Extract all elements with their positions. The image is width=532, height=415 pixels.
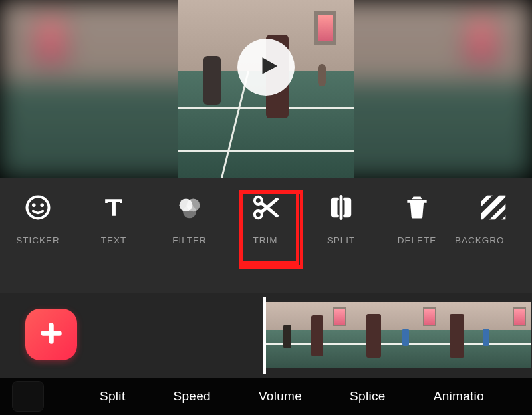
tool-trim[interactable]: TRIM bbox=[227, 178, 303, 245]
scissors-icon bbox=[251, 192, 280, 223]
tool-background[interactable]: BACKGRO bbox=[455, 178, 532, 245]
plus-icon bbox=[39, 321, 63, 348]
stripes-icon bbox=[479, 192, 508, 223]
tool-label: TRIM bbox=[253, 235, 278, 245]
editor-toolbar: STICKER TEXT FILTER TRIM SPLIT bbox=[0, 178, 532, 293]
text-icon bbox=[99, 192, 128, 223]
timeline[interactable] bbox=[0, 293, 532, 378]
smiley-icon bbox=[23, 192, 53, 223]
tool-split[interactable]: SPLIT bbox=[303, 178, 379, 245]
svg-point-2 bbox=[40, 204, 44, 208]
tab-speed[interactable]: Speed bbox=[173, 389, 210, 404]
add-clip-button[interactable] bbox=[25, 309, 77, 360]
clip-thumbnail[interactable] bbox=[354, 302, 443, 368]
tab-split[interactable]: Split bbox=[100, 389, 125, 404]
clip-thumbnail[interactable] bbox=[443, 302, 531, 368]
svg-point-1 bbox=[32, 204, 36, 208]
tab-volume[interactable]: Volume bbox=[259, 389, 302, 404]
tab-animation[interactable]: Animatio bbox=[434, 389, 484, 404]
svg-point-5 bbox=[183, 206, 196, 219]
filter-icon bbox=[175, 192, 204, 223]
secondary-tabs: Split Speed Volume Splice Animatio bbox=[0, 378, 532, 415]
trash-icon bbox=[402, 192, 432, 223]
video-editor-app: STICKER TEXT FILTER TRIM SPLIT bbox=[0, 0, 532, 415]
tool-label: FILTER bbox=[172, 235, 207, 245]
tool-label: DELETE bbox=[398, 235, 437, 245]
split-icon bbox=[327, 192, 356, 223]
svg-point-0 bbox=[27, 197, 49, 219]
tab-splice[interactable]: Splice bbox=[350, 389, 386, 404]
play-icon bbox=[253, 55, 279, 80]
tab-indicator-ghost bbox=[0, 379, 93, 414]
clip-thumbnails[interactable] bbox=[266, 302, 532, 368]
tool-delete[interactable]: DELETE bbox=[379, 178, 455, 245]
tool-sticker[interactable]: STICKER bbox=[0, 178, 76, 245]
tool-label: TEXT bbox=[101, 235, 127, 245]
tool-label: STICKER bbox=[16, 235, 60, 245]
video-preview bbox=[0, 0, 532, 178]
tool-text[interactable]: TEXT bbox=[76, 178, 152, 245]
tool-filter[interactable]: FILTER bbox=[152, 178, 227, 245]
clip-thumbnail[interactable] bbox=[266, 302, 354, 368]
tool-label: SPLIT bbox=[327, 235, 356, 245]
tool-label: BACKGRO bbox=[455, 235, 505, 245]
play-button[interactable] bbox=[237, 39, 295, 96]
